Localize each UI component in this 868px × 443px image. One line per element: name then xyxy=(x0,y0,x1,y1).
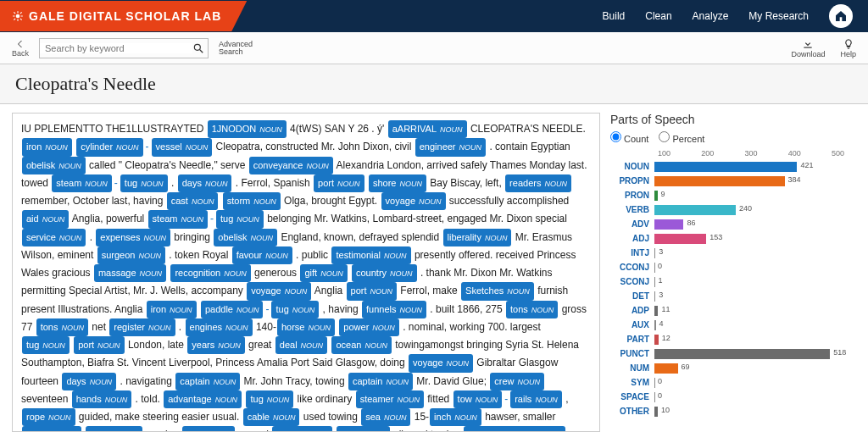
annotated-text-panel[interactable]: IU PPLEMENTTO THE1LLUSTRAYTED 1JNODONNOU… xyxy=(12,113,600,432)
pos-tag[interactable]: portNOUN xyxy=(314,174,364,192)
pos-tag[interactable]: funnelsNOUN xyxy=(362,301,426,318)
pos-tag[interactable]: surgeonNOUN xyxy=(97,246,165,264)
chart-row-label[interactable]: SPACE xyxy=(610,392,654,401)
chart-row-label[interactable]: PUNCT xyxy=(610,349,654,358)
pos-tag[interactable]: stormNOUN xyxy=(223,192,281,210)
chart-row-label[interactable]: NOUN xyxy=(610,162,654,171)
search-icon[interactable] xyxy=(192,42,204,54)
pos-tag[interactable]: countryNOUN xyxy=(352,264,417,282)
pos-tag[interactable]: aARRIVALNOUN xyxy=(388,120,467,138)
pos-tag[interactable]: ropeNOUN xyxy=(337,426,390,432)
download-button[interactable]: Download xyxy=(791,38,825,58)
pos-tag[interactable]: horseNOUN xyxy=(277,318,335,336)
pos-tag[interactable]: powerNOUN xyxy=(339,318,398,336)
pos-tag[interactable]: steamerNOUN xyxy=(356,390,424,408)
pos-tag[interactable]: registerNOUN xyxy=(109,318,175,336)
pos-tag[interactable]: recognitionNOUN xyxy=(170,264,250,282)
radio-percent-input[interactable] xyxy=(659,131,670,142)
pos-tag[interactable]: handsNOUN xyxy=(72,390,131,408)
pos-tag[interactable]: tonsNOUN xyxy=(36,318,88,336)
pos-tag[interactable]: tugNOUN xyxy=(246,390,293,408)
pos-tag[interactable]: captainNOUN xyxy=(348,373,413,390)
pos-tag[interactable]: tonsNOUN xyxy=(506,301,558,318)
chart-row-label[interactable]: OTHER xyxy=(610,407,654,416)
pos-tag[interactable]: ropeNOUN xyxy=(22,408,75,426)
pos-tag[interactable]: 1JNODONNOUN xyxy=(208,120,287,138)
nav-my-research[interactable]: My Research xyxy=(748,10,809,22)
search-input[interactable] xyxy=(40,43,192,53)
chart-row-label[interactable]: VERB xyxy=(610,205,654,214)
chart-bar[interactable] xyxy=(654,205,736,215)
chart-bar[interactable] xyxy=(654,335,659,345)
radio-count[interactable]: Count xyxy=(610,131,648,144)
nav-clean[interactable]: Clean xyxy=(645,10,671,22)
pos-tag[interactable]: dealNOUN xyxy=(275,336,327,354)
pos-tag[interactable]: portNOUN xyxy=(347,282,397,300)
pos-tag[interactable]: ironNOUN xyxy=(147,301,197,318)
pos-tag[interactable]: voyageNOUN xyxy=(381,192,446,210)
pos-tag[interactable]: tugNOUN xyxy=(120,174,168,192)
pos-tag[interactable]: towNOUN xyxy=(453,390,503,408)
pos-tag[interactable]: oceanNOUN xyxy=(331,336,391,354)
home-button[interactable] xyxy=(829,4,853,28)
chart-row-label[interactable]: ADV xyxy=(610,219,654,229)
pos-tag[interactable]: tugNOUN xyxy=(216,210,264,228)
chart-row-label[interactable]: INTJ xyxy=(610,248,654,257)
chart-row-label[interactable]: DET xyxy=(610,291,654,301)
pos-tag[interactable]: readersNOUN xyxy=(505,174,571,192)
chart-row-label[interactable]: AUX xyxy=(610,320,654,329)
pos-tag[interactable]: crewNOUN xyxy=(490,373,544,390)
pos-tag[interactable]: tugNOUN xyxy=(271,301,319,318)
help-button[interactable]: Help xyxy=(840,38,856,58)
chart-bar[interactable] xyxy=(654,291,655,302)
pos-tag[interactable]: testimonialNOUN xyxy=(331,246,410,264)
pos-tag[interactable]: obeliskNOUN xyxy=(214,229,277,246)
chart-bar[interactable] xyxy=(654,407,658,417)
pos-tag[interactable]: portNOUN xyxy=(74,336,124,354)
back-button[interactable]: Back xyxy=(12,39,29,58)
pos-tag[interactable]: railsNOUN xyxy=(510,390,562,408)
pos-tag[interactable]: ironNOUN xyxy=(22,138,72,156)
pos-tag[interactable]: voyageNOUN xyxy=(247,282,311,300)
chart-bar[interactable] xyxy=(654,277,655,287)
nav-build[interactable]: Build xyxy=(603,10,626,22)
pos-tag[interactable]: captainNOUN xyxy=(175,373,240,390)
pos-tag[interactable]: serviceNOUN xyxy=(22,229,86,246)
pos-tag[interactable]: engineerNOUN xyxy=(415,138,486,156)
chart-bar[interactable] xyxy=(654,162,797,172)
pos-tag[interactable]: shoreNOUN xyxy=(369,174,426,192)
pos-tag[interactable]: castNOUN xyxy=(167,192,219,210)
chart-bar[interactable] xyxy=(654,234,706,244)
pos-tag[interactable]: expensesNOUN xyxy=(96,229,170,246)
pos-tag[interactable]: daysNOUN xyxy=(178,174,232,192)
chart-row-label[interactable]: SYM xyxy=(610,378,654,387)
pos-tag[interactable]: enginesNOUN xyxy=(186,318,253,336)
pos-tag[interactable]: daysNOUN xyxy=(62,373,116,390)
chart-row-label[interactable]: SCONJ xyxy=(610,277,654,286)
pos-tag[interactable]: tugNOUN xyxy=(22,336,70,354)
pos-tag[interactable]: aidNOUN xyxy=(22,210,69,228)
chart-row-label[interactable]: NUM xyxy=(610,363,654,373)
chart-row-label[interactable]: PROPN xyxy=(610,176,654,186)
chart-bar[interactable] xyxy=(654,191,658,201)
chart-bar[interactable] xyxy=(654,392,655,402)
pos-tag[interactable]: seaNOUN xyxy=(361,408,410,426)
pos-tag[interactable]: favourNOUN xyxy=(232,246,292,264)
chart-bar[interactable] xyxy=(654,378,655,388)
pos-tag[interactable]: giftNOUN xyxy=(300,264,347,282)
pos-tag[interactable]: hundredfathomsNOUN xyxy=(464,426,565,432)
chart-row-label[interactable]: PRON xyxy=(610,191,654,200)
chart-bar[interactable] xyxy=(654,219,683,230)
pos-tag[interactable]: advantageNOUN xyxy=(164,390,242,408)
pos-tag[interactable]: placeNOUN xyxy=(86,426,142,432)
pos-tag[interactable]: lengthNOUN xyxy=(272,426,331,432)
chart-bar[interactable] xyxy=(654,176,785,186)
pos-tag[interactable]: SketchesNOUN xyxy=(461,282,534,300)
chart-row-label[interactable]: CCONJ xyxy=(610,263,654,272)
chart-row-label[interactable]: ADJ xyxy=(610,234,654,243)
nav-analyze[interactable]: Analyze xyxy=(693,10,729,22)
pos-tag[interactable]: yearsNOUN xyxy=(187,336,244,354)
chart-bar[interactable] xyxy=(654,349,830,359)
pos-tag[interactable]: inchNOUN xyxy=(430,408,481,426)
pos-tag[interactable]: cableNOUN xyxy=(243,408,300,426)
